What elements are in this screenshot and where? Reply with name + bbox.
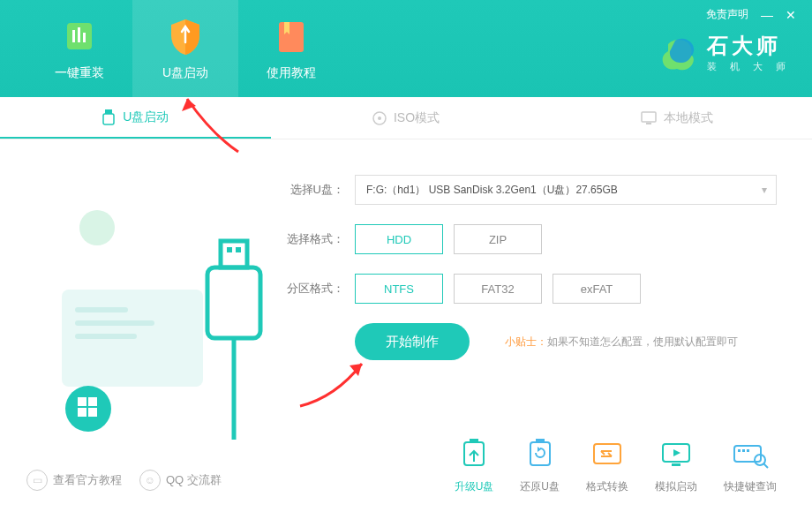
restore-usb-icon <box>522 437 559 474</box>
tool-restore-usb[interactable]: 还原U盘 <box>520 437 560 494</box>
tool-hotkey-lookup[interactable]: 快捷键查询 <box>724 437 777 494</box>
svg-rect-12 <box>646 123 651 124</box>
format-convert-icon <box>589 437 626 474</box>
tab-reinstall-label: 一键重装 <box>55 65 104 81</box>
svg-rect-30 <box>536 439 545 443</box>
usb-select[interactable]: F:G:（hd1） USB SanDisk 3.2Gen1（U盘）27.65GB… <box>355 175 777 205</box>
qq-group-label: QQ 交流群 <box>166 472 222 488</box>
tool-upgrade-usb[interactable]: 升级U盘 <box>455 437 494 494</box>
tab-tutorial-label: 使用教程 <box>267 65 316 81</box>
disclaimer-link[interactable]: 免责声明 <box>706 7 748 22</box>
svg-marker-34 <box>673 449 680 456</box>
tool-simulate-boot[interactable]: 模拟启动 <box>655 437 697 494</box>
format-label: 选择格式： <box>282 231 344 247</box>
bars-icon <box>58 16 101 58</box>
svg-rect-20 <box>78 408 86 417</box>
qq-group-link[interactable]: ☺ QQ 交流群 <box>139 470 222 491</box>
partition-option-fat32[interactable]: FAT32 <box>454 274 542 304</box>
partition-options: NTFS FAT32 exFAT <box>355 274 641 304</box>
svg-rect-2 <box>78 27 80 42</box>
svg-rect-26 <box>236 247 241 252</box>
hotkey-lookup-icon <box>732 437 769 474</box>
bottom-links: ▭ 查看官方教程 ☺ QQ 交流群 <box>26 470 222 491</box>
partition-label: 分区格式： <box>282 281 344 297</box>
svg-rect-25 <box>227 247 232 252</box>
tool-hotkey-lookup-label: 快捷键查询 <box>724 479 777 494</box>
tool-simulate-boot-label: 模拟启动 <box>655 479 697 494</box>
svg-rect-16 <box>75 334 137 339</box>
svg-rect-24 <box>221 241 247 267</box>
upgrade-usb-icon <box>455 437 492 474</box>
simulate-boot-icon <box>658 437 695 474</box>
format-option-zip[interactable]: ZIP <box>454 224 542 254</box>
svg-line-41 <box>763 463 768 468</box>
svg-point-10 <box>378 117 381 120</box>
format-options: HDD ZIP <box>355 224 542 254</box>
partition-option-ntfs[interactable]: NTFS <box>355 274 443 304</box>
svg-rect-1 <box>72 30 75 42</box>
shield-icon <box>164 16 207 58</box>
main-panel: 选择U盘： F:G:（hd1） USB SanDisk 3.2Gen1（U盘）2… <box>0 139 812 443</box>
svg-rect-39 <box>747 449 749 452</box>
svg-rect-37 <box>738 449 741 452</box>
svg-rect-29 <box>530 442 550 465</box>
bottom-tools: 升级U盘 还原U盘 格式转换 模拟启动 快捷键查询 <box>455 437 777 494</box>
book-open-icon: ▭ <box>26 470 48 491</box>
svg-rect-4 <box>279 22 304 52</box>
people-icon: ☺ <box>139 470 161 491</box>
select-usb-label: 选择U盘： <box>282 182 344 198</box>
svg-rect-8 <box>103 114 114 124</box>
subtab-usb-label: U盘启动 <box>123 109 169 125</box>
svg-rect-18 <box>78 397 86 406</box>
format-option-hdd[interactable]: HDD <box>355 224 443 254</box>
svg-rect-11 <box>642 112 656 122</box>
brand-subtitle: 装 机 大 师 <box>707 60 791 73</box>
svg-rect-35 <box>672 463 680 466</box>
brand-logo-icon <box>659 34 698 72</box>
tab-usb-boot[interactable]: U盘启动 <box>132 0 238 97</box>
tip-label: 小贴士： <box>505 335 547 348</box>
header-tab-group: 一键重装 U盘启动 使用教程 <box>0 0 344 97</box>
svg-marker-31 <box>538 447 541 452</box>
start-create-button[interactable]: 开始制作 <box>355 323 470 360</box>
book-icon <box>270 16 312 58</box>
usb-icon <box>102 109 116 125</box>
subtab-iso[interactable]: ISO模式 <box>271 97 542 139</box>
svg-rect-28 <box>470 439 478 443</box>
minimize-button[interactable]: — <box>761 8 773 22</box>
tool-format-convert-label: 格式转换 <box>586 479 628 494</box>
svg-rect-36 <box>734 446 761 462</box>
brand-title: 石大师 <box>707 32 791 60</box>
brand: 石大师 装 机 大 师 <box>659 32 791 73</box>
mode-subtabs: U盘启动 ISO模式 本地模式 <box>0 97 812 139</box>
tip-text: 如果不知道怎么配置，使用默认配置即可 <box>547 335 738 348</box>
disc-icon <box>372 111 387 125</box>
tab-usb-boot-label: U盘启动 <box>162 65 208 81</box>
chevron-down-icon: ▾ <box>762 184 767 196</box>
subtab-local[interactable]: 本地模式 <box>541 97 812 139</box>
svg-point-22 <box>79 210 115 245</box>
usb-select-value: F:G:（hd1） USB SanDisk 3.2Gen1（U盘）27.65GB <box>366 183 618 198</box>
official-tutorial-label: 查看官方教程 <box>53 472 122 488</box>
svg-rect-14 <box>75 307 128 312</box>
tool-upgrade-usb-label: 升级U盘 <box>455 479 494 494</box>
official-tutorial-link[interactable]: ▭ 查看官方教程 <box>26 470 122 491</box>
monitor-icon <box>641 111 657 125</box>
svg-rect-21 <box>88 408 97 417</box>
svg-rect-32 <box>594 444 620 463</box>
subtab-usb[interactable]: U盘启动 <box>0 97 271 139</box>
svg-rect-23 <box>207 267 260 338</box>
svg-rect-38 <box>742 449 745 452</box>
tab-reinstall[interactable]: 一键重装 <box>26 0 132 97</box>
tip-text-wrap: 小贴士：如果不知道怎么配置，使用默认配置即可 <box>505 335 738 350</box>
partition-option-exfat[interactable]: exFAT <box>553 274 641 304</box>
usb-illustration <box>35 175 265 443</box>
close-button[interactable]: ✕ <box>786 8 796 22</box>
tab-tutorial[interactable]: 使用教程 <box>238 0 344 97</box>
window-controls: 免责声明 — ✕ <box>706 7 796 22</box>
svg-rect-3 <box>83 33 86 42</box>
config-form: 选择U盘： F:G:（hd1） USB SanDisk 3.2Gen1（U盘）2… <box>265 175 777 443</box>
tool-format-convert[interactable]: 格式转换 <box>586 437 628 494</box>
tool-restore-usb-label: 还原U盘 <box>520 479 560 494</box>
app-header: 一键重装 U盘启动 使用教程 免责声明 — ✕ 石大师 装 机 大 师 <box>0 0 812 97</box>
